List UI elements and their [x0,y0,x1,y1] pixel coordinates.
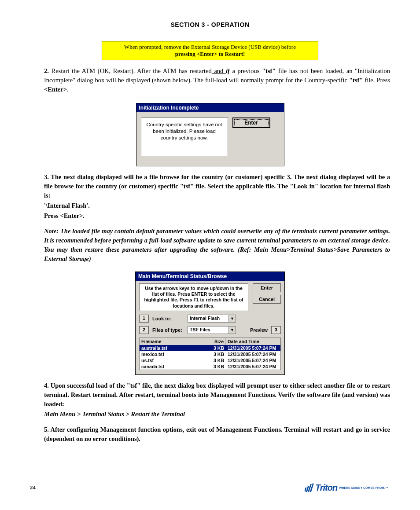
step-5-para: 5. After configuring Management function… [30,425,390,444]
file-size-cell: 3 KB [208,351,226,357]
lookin-combo[interactable]: Internal Flash ▼ [188,315,236,323]
step-3-path: '\Internal Flash'. [30,201,390,210]
step-2-if: if [226,67,232,74]
file-row[interactable]: mexico.tsf3 KB12/31/2005 5:07:24 PM [140,351,280,357]
logo-tagline: WHERE MONEY COMES FROM.™ [339,486,388,489]
step-2-number: 2. [44,67,49,74]
logo-stripes-icon [305,483,313,492]
step-2-enter: <Enter> [44,86,67,93]
file-date-cell: 12/31/2005 5:07:24 PM [226,345,280,351]
file-size-cell: 3 KB [208,357,226,363]
file-name-cell: canada.tsf [140,363,208,370]
footer-rule [30,479,390,479]
lookin-label: Look in: [152,316,184,321]
step-4-tsf: "tsf" [127,382,140,389]
step-3-lookin: "Look in" [290,183,318,190]
dialog2-instructions: Use the arrows keys to move up/down in t… [139,283,248,311]
step-4-para: 4. Upon successful load of the "tsf" fil… [30,381,390,409]
col-size[interactable]: Size [208,338,226,345]
dialog2-enter-button[interactable]: Enter [253,283,281,292]
file-name-cell: mexico.tsf [140,351,208,357]
file-row[interactable]: canada.tsf3 KB12/31/2005 5:07:24 PM [140,363,280,370]
note-text: The loaded file may contain default para… [44,227,390,262]
page-number: 24 [30,484,36,491]
filetype-combo-value: TSF Files [188,327,228,334]
logo-brand-text: Triton [315,483,337,493]
browse-dialog: Main Menu/Terminal Status/Browse Use the… [135,272,285,375]
warning-line-1: When prompted, remove the External Stora… [124,44,296,50]
file-date-cell: 12/31/2005 5:07:24 PM [226,351,280,357]
file-date-cell: 12/31/2005 5:07:24 PM [226,357,280,363]
step-3-note: Note: The loaded file may contain defaul… [30,227,390,264]
step-3-enter-key: <Enter> [60,212,83,219]
step-2-underline: and [212,67,226,74]
lookin-num-button[interactable]: 1 [139,315,149,323]
step-2-text-h: file. Press [363,77,390,84]
col-filename[interactable]: Filename [140,338,208,345]
step-2-tsf2: "tsf" [349,77,363,84]
chevron-down-icon[interactable]: ▼ [228,327,236,334]
step-4-path-text: Main Menu > Terminal Status > Restart th… [44,411,185,418]
step-2-period: . [67,86,69,93]
step-3-press: Press [44,212,60,219]
init-incomplete-dialog: Initialization Incomplete Country specif… [136,103,284,166]
preview-num-button[interactable]: 3 [271,326,281,334]
step-3-para: 3. The next dialog displayed will be a f… [30,172,390,200]
warning-callout: When prompted, remove the External Stora… [102,41,318,60]
filetype-label: Files of type: [152,327,184,333]
dialog2-cancel-button[interactable]: Cancel [253,295,281,304]
file-row[interactable]: australia.tsf3 KB12/31/2005 5:07:24 PM [140,345,280,351]
file-row[interactable]: us.tsf3 KB12/31/2005 5:07:24 PM [140,357,280,363]
page-section-title: SECTION 3 - OPERATION [30,21,390,28]
header-rule [30,31,390,31]
s5: 5. After configuring Management function… [44,426,390,442]
file-size-cell: 3 KB [208,345,226,351]
filetype-combo[interactable]: TSF Files ▼ [188,326,236,334]
triton-logo: Triton WHERE MONEY COMES FROM.™ [305,483,388,493]
chevron-down-icon[interactable]: ▼ [228,315,236,322]
s4: 4. Upon successful load of the "tsf" fil… [44,382,390,407]
step-3-enter: Press <Enter>. [30,211,390,220]
step-3-period: . [83,212,85,219]
dialog2-titlebar: Main Menu/Terminal Status/Browse [136,272,284,281]
file-name-cell: australia.tsf [140,345,208,351]
dialog1-message: Country specific settings have not been … [141,117,228,156]
step-2-para: 2. Restart the ATM (OK, Restart). After … [30,66,390,94]
file-date-cell: 12/31/2005 5:07:24 PM [226,363,280,370]
dialog1-message-text: Country specific settings have not been … [145,121,224,141]
lookin-combo-value: Internal Flash [188,315,228,322]
col-date[interactable]: Date and Time [226,338,280,345]
file-list-header: Filename Size Date and Time [140,338,280,345]
file-list[interactable]: Filename Size Date and Time australia.ts… [139,338,281,370]
step-3-tsf: "tsf" [180,183,194,190]
step-2-text-d: a previous [232,67,262,74]
file-size-cell: 3 KB [208,363,226,370]
file-name-cell: us.tsf [140,357,208,363]
step-4-path: Main Menu > Terminal Status > Restart th… [30,410,390,419]
step-3-path-text: '\Internal Flash'. [44,202,90,209]
note-label: Note: [44,227,59,235]
dialog1-enter-button[interactable]: Enter [232,117,270,128]
step-2-text-a: Restart the ATM (OK, Restart). After the… [49,67,212,74]
filetype-num-button[interactable]: 2 [139,326,149,334]
warning-line-2: pressing <Enter> to Restart! [175,51,245,57]
preview-label: Preview [250,327,268,333]
step-3-text-a: 3. The next dialog displayed will be a f… [44,173,287,180]
dialog1-titlebar: Initialization Incomplete [136,103,284,112]
step-2-tsf1: "tsf" [262,67,276,74]
